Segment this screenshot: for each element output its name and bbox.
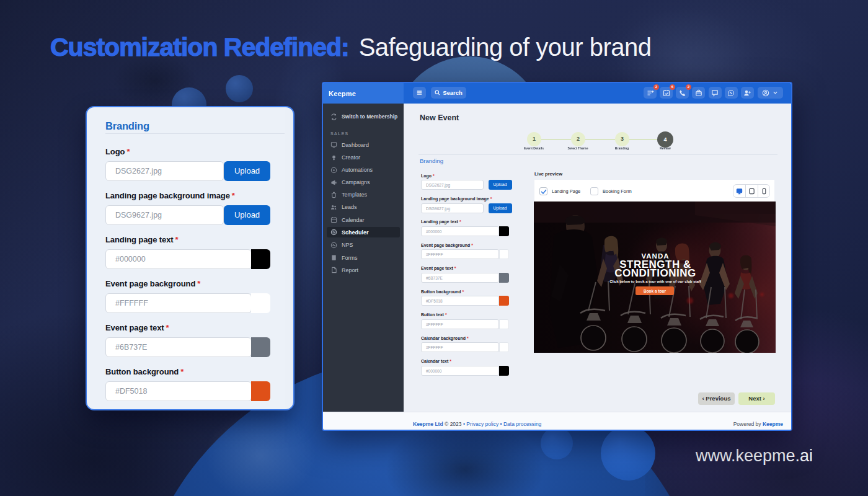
svg-text:CONDITIONING: CONDITIONING xyxy=(614,267,696,279)
svg-text:Book a tour: Book a tour xyxy=(643,289,666,293)
svg-text:Click below to book a tour wit: Click below to book a tour with one of o… xyxy=(609,280,702,283)
